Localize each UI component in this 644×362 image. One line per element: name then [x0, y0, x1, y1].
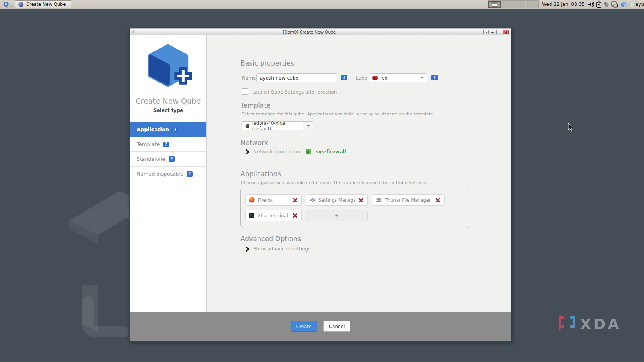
network-expander[interactable]: Network connection: sys-firewall	[246, 149, 346, 155]
xda-logo-icon	[557, 315, 576, 333]
applications-description: Choose applications available in the qub…	[241, 180, 427, 185]
launch-settings-checkbox[interactable]	[242, 88, 248, 95]
template-header: Template	[240, 101, 271, 109]
firefox-icon	[249, 197, 255, 203]
chevron-down-icon	[307, 125, 310, 127]
name-input[interactable]: ayush-new-cube	[256, 73, 337, 82]
remove-icon[interactable]	[435, 197, 441, 203]
label-label: Label:	[356, 75, 370, 81]
app-chip-firefox[interactable]: Firefox	[245, 194, 302, 206]
clipboard-icon[interactable]	[611, 1, 618, 8]
panel-grip	[11, 2, 13, 7]
menu-item-named-disposable[interactable]: Named disposable ?	[130, 167, 206, 181]
shade-button[interactable]	[483, 30, 489, 34]
chevron-down-icon	[420, 77, 423, 79]
name-value: ayush-new-cube	[260, 75, 299, 81]
workspace-window-thumb	[492, 2, 497, 7]
app-chip-label: Settings Manager	[318, 197, 355, 203]
sidebar-title: Create New Qube	[130, 97, 206, 105]
menu-item-template[interactable]: Template ?	[130, 137, 206, 152]
maximize-button[interactable]	[496, 30, 502, 34]
workspace-switcher[interactable]	[488, 0, 539, 8]
taskbar-window-label: Create New Qube	[26, 2, 66, 7]
devices-icon[interactable]	[603, 2, 609, 7]
menu-item-label: Template	[137, 141, 160, 147]
settings-manager-icon	[310, 197, 315, 203]
sidebar: Create New Qube Select type Application …	[130, 35, 207, 312]
menu-item-application[interactable]: Application ?	[130, 122, 206, 137]
advanced-options-header: Advanced Options	[240, 235, 301, 243]
template-value: fedora-40-xfce (default)	[252, 121, 300, 131]
help-icon[interactable]: ?	[169, 156, 175, 162]
qube-type-menu: Application ? Template ? Standalone ? Na…	[130, 122, 206, 181]
qubes-domains-icon[interactable]	[620, 1, 627, 8]
advanced-expander[interactable]: Show advanced settings	[246, 246, 311, 252]
workspace-2[interactable]	[501, 1, 513, 8]
qubes-logo-icon[interactable]: Q	[2, 0, 10, 8]
fedora-template-icon	[245, 123, 250, 128]
label-select[interactable]: red	[369, 73, 427, 82]
sys-firewall-qube-icon	[306, 149, 312, 155]
taskbar: Q Create New Qube Wed 22 Jan, 08:35	[0, 0, 644, 9]
system-tray	[588, 1, 635, 8]
network-connection-label: Network connection:	[253, 149, 302, 154]
battery-icon[interactable]	[596, 1, 601, 8]
tray-username[interactable]: ayu	[635, 2, 644, 7]
network-value[interactable]: sys-firewall	[316, 149, 346, 154]
window-titlebar[interactable]: [Dom0] Create New Qube	[130, 29, 511, 35]
help-icon[interactable]: ?	[163, 142, 169, 147]
advanced-toggle-label[interactable]: Show advanced settings	[253, 246, 311, 252]
close-button[interactable]	[503, 30, 509, 34]
label-help-icon[interactable]: ?	[431, 75, 438, 80]
menu-item-standalone[interactable]: Standalone ?	[130, 152, 206, 167]
cancel-button[interactable]: Cancel	[323, 321, 350, 332]
help-icon[interactable]: ?	[187, 171, 193, 177]
app-chip-thunar[interactable]: Thunar File Manager	[372, 194, 445, 206]
menu-item-label: Application	[137, 126, 169, 132]
app-chip-label: Thunar File Manager	[385, 197, 432, 203]
mouse-cursor	[568, 123, 574, 131]
window-title: [Dom0] Create New Qube	[135, 30, 483, 34]
basic-properties-header: Basic properties	[240, 59, 294, 67]
notes-icon[interactable]	[629, 2, 635, 7]
create-qube-logo-icon	[146, 44, 192, 92]
template-select[interactable]: fedora-40-xfce (default)	[242, 121, 303, 130]
template-select-arrow[interactable]	[303, 121, 313, 130]
window-titlebar-icon[interactable]	[132, 30, 135, 34]
remove-icon[interactable]	[292, 197, 298, 203]
chevron-right-icon	[246, 247, 249, 252]
xda-watermark-text: XDA	[580, 316, 621, 333]
name-help-icon[interactable]: ?	[341, 75, 347, 80]
applications-panel: Firefox Settings Manager	[240, 188, 470, 228]
remove-icon[interactable]	[292, 213, 298, 218]
create-button[interactable]: Create	[291, 321, 317, 332]
app-chip-settings-manager[interactable]: Settings Manager	[306, 194, 368, 206]
thunar-icon	[376, 197, 382, 203]
add-application-button[interactable]: +	[306, 210, 368, 221]
workspace-1[interactable]	[488, 1, 501, 8]
minimize-button[interactable]	[490, 30, 495, 34]
app-chip-xfce-terminal[interactable]: Xfce Terminal	[245, 210, 302, 221]
menu-item-label: Named disposable	[137, 171, 183, 177]
xda-watermark: XDA	[557, 315, 621, 333]
red-label-icon	[372, 75, 378, 81]
main-content: Basic properties Name: ayush-new-cube ? …	[207, 35, 511, 312]
launch-settings-label[interactable]: Launch Qube Settings after creation	[252, 89, 337, 95]
menu-item-label: Standalone	[137, 156, 165, 162]
chevron-right-icon	[246, 149, 249, 154]
help-icon[interactable]: ?	[172, 127, 178, 132]
workspace-4[interactable]	[526, 1, 538, 8]
app-chip-label: Xfce Terminal	[258, 213, 289, 218]
terminal-icon	[249, 213, 254, 218]
template-description: Select template for this qube. Applicati…	[242, 112, 434, 117]
workspace-3[interactable]	[513, 1, 526, 8]
label-value: red	[380, 75, 388, 81]
network-header: Network	[240, 139, 268, 147]
app-chip-label: Firefox	[258, 197, 289, 203]
name-label: Name:	[242, 75, 257, 81]
clock[interactable]: Wed 22 Jan, 08:35	[542, 2, 585, 7]
volume-icon[interactable]	[588, 1, 594, 7]
taskbar-window-button[interactable]: Create New Qube	[15, 0, 71, 8]
add-application-label: +	[335, 213, 339, 218]
remove-icon[interactable]	[358, 197, 364, 203]
